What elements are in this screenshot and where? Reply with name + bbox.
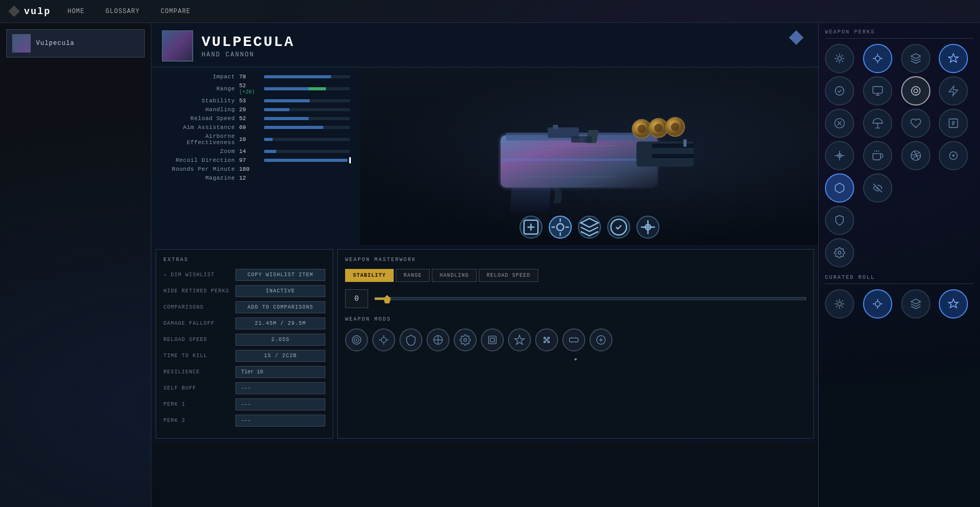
svg-rect-34	[490, 338, 494, 341]
curated-perk-1[interactable]	[825, 289, 854, 319]
stat-bar-airborne	[264, 138, 350, 141]
stat-value-magazine: 12	[239, 175, 260, 181]
mod-icon-9[interactable]	[562, 328, 585, 351]
perk-grid-6-1[interactable]	[825, 206, 854, 235]
mw-tab-range[interactable]: RANGE	[396, 269, 430, 282]
mod-icon-5[interactable]	[454, 328, 477, 351]
masterwork-title: WEAPON MASTERWORK	[345, 257, 806, 263]
svg-point-20	[580, 137, 584, 142]
curated-roll-title: CURATED ROLL	[825, 275, 974, 284]
perk-grid-2-2[interactable]	[863, 76, 892, 105]
perk-grid-4-3[interactable]	[901, 141, 930, 170]
svg-point-26	[354, 337, 359, 342]
sidebar-item-vulpecula[interactable]: Vulpecula	[6, 29, 145, 57]
mod-icon-7[interactable]	[508, 328, 531, 351]
stat-row-stability: Stability 53	[162, 98, 350, 104]
logo-diamond-icon	[8, 6, 20, 17]
curated-perk-4[interactable]	[939, 289, 968, 319]
perk-grid-1-2[interactable]	[863, 44, 892, 73]
perk-grid-2-4[interactable]	[939, 76, 968, 105]
weapon-type: HAND CANNON	[202, 51, 808, 58]
svg-rect-1	[501, 135, 657, 187]
perk-icon-3[interactable]	[578, 216, 601, 239]
mod-icon-1[interactable]	[345, 328, 368, 351]
masterwork-value: 0	[345, 289, 368, 308]
mod-icon-6[interactable]	[481, 328, 504, 351]
mod-icon-8[interactable]	[535, 328, 558, 351]
stat-fill-zoom	[264, 150, 276, 153]
reload-speed-value: 2.65s	[235, 334, 325, 346]
perk-grid-2-1[interactable]	[825, 76, 854, 105]
perk-grid-1-1[interactable]	[825, 44, 854, 73]
weapon-image-area	[360, 67, 818, 245]
stat-fill-stability	[264, 99, 310, 102]
perk-grid-1-4[interactable]	[939, 44, 968, 73]
perk-icon-1[interactable]	[519, 216, 542, 239]
masterwork-slider-thumb	[384, 295, 391, 303]
perk-icon-2[interactable]	[549, 216, 572, 239]
perk-grid-3-3[interactable]	[901, 109, 930, 138]
extras-row-selfbuff: SELF BUFF ---	[163, 382, 325, 394]
perk2-select[interactable]: ---	[235, 415, 325, 427]
nav-logo: vulp	[8, 6, 51, 17]
perk-icon-4[interactable]	[607, 216, 630, 239]
stat-row-recoil: Recoil Direction 97	[162, 157, 350, 163]
perk-grid-3-4[interactable]	[939, 109, 968, 138]
perk1-select[interactable]: ---	[235, 398, 325, 410]
curated-perk-2[interactable]	[863, 289, 892, 319]
add-to-comparisons-button[interactable]: ADD TO COMPARISONS	[235, 301, 325, 313]
weapon-header: VULPECULA HAND CANNON	[151, 23, 818, 67]
perk-grid-7-1[interactable]	[825, 238, 854, 267]
sidebar-item-name: Vulpecula	[36, 40, 75, 47]
mod-icon-2[interactable]	[372, 328, 395, 351]
stat-label-zoom: Zoom	[162, 148, 235, 155]
self-buff-select[interactable]: ---	[235, 382, 325, 394]
stat-label-impact: Impact	[162, 74, 235, 80]
svg-point-28	[381, 337, 386, 342]
resilience-select[interactable]: Tier 1Tier 2Tier 3 Tier 4Tier 5Tier 6 Ti…	[235, 366, 325, 378]
weapon-img-bg	[360, 67, 818, 245]
nav-home[interactable]: HOME	[63, 6, 89, 17]
sidebar-thumb-img	[13, 34, 30, 52]
extras-row-perk2: PERK 2 ---	[163, 415, 325, 427]
mw-tab-reload[interactable]: RELOAD SPEED	[479, 269, 538, 282]
extras-row-comparisons: COMPARISONS ADD TO COMPARISONS	[163, 301, 325, 313]
stat-label-range: Range	[162, 86, 235, 92]
copy-wishlist-button[interactable]: COPY WISHLIST ITEM	[235, 269, 325, 281]
perk-grid-2-3[interactable]	[901, 76, 930, 105]
perk-grid-4-1[interactable]	[825, 141, 854, 170]
curated-perk-3[interactable]	[901, 289, 930, 319]
perk-grid-3-1[interactable]	[825, 109, 854, 138]
mod-icon-3[interactable]	[399, 328, 422, 351]
mod-icon-10[interactable]	[589, 328, 612, 351]
mw-tab-stability[interactable]: STABILITY	[345, 269, 394, 282]
mw-tab-handling[interactable]: HANDLING	[432, 269, 477, 282]
perks-grid-row6	[825, 206, 974, 235]
perk-grid-4-4[interactable]	[939, 141, 968, 170]
sidebar-thumb	[12, 34, 31, 53]
perks-grid-row1	[825, 44, 974, 73]
svg-rect-45	[873, 87, 882, 93]
perk-grid-3-2[interactable]	[863, 109, 892, 138]
perk-icon-5[interactable]	[636, 216, 659, 239]
perk-grid-4-2[interactable]	[863, 141, 892, 170]
hide-retired-button[interactable]: INACTIVE	[235, 285, 325, 297]
nav-glossary[interactable]: GLOSSARY	[101, 6, 144, 17]
perk-grid-1-3[interactable]	[901, 44, 930, 73]
stat-bar-reload	[264, 117, 350, 120]
perk-grid-5-2[interactable]	[863, 173, 892, 203]
weapon-name: VULPECULA	[202, 34, 808, 50]
stat-row-handling: Handling 29	[162, 107, 350, 113]
corner-diamond-icon	[789, 30, 804, 45]
svg-point-27	[356, 339, 357, 340]
curated-perks-grid	[825, 289, 974, 319]
mod-icon-4[interactable]	[427, 328, 450, 351]
stat-label-stability: Stability	[162, 98, 235, 104]
masterwork-slider[interactable]	[374, 297, 806, 300]
stat-fill-aim	[264, 126, 323, 129]
perk-grid-5-1[interactable]	[825, 173, 854, 203]
nav-compare[interactable]: COMPARE	[157, 6, 195, 17]
extras-label-perk2: PERK 2	[163, 418, 231, 423]
stat-value-aim: 69	[239, 124, 260, 131]
stat-row-rpm: Rounds Per Minute 180	[162, 166, 350, 172]
